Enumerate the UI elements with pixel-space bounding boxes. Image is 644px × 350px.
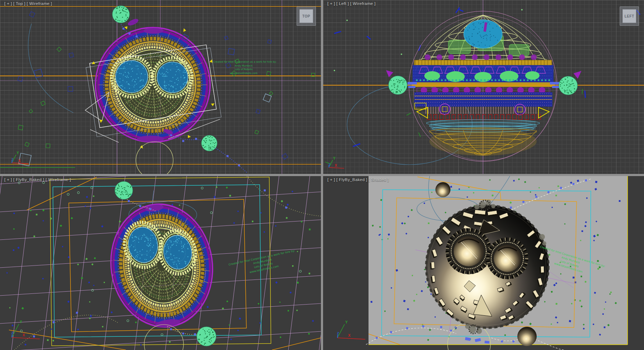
viewcube-label: LEFT <box>625 14 634 18</box>
viewcube-face[interactable]: TOP <box>299 9 313 23</box>
svg-text:X: X <box>18 159 21 163</box>
svg-text:Z: Z <box>11 158 14 161</box>
wireframe-sphere-object[interactable] <box>96 28 210 142</box>
viewcube[interactable]: TOP <box>297 6 316 26</box>
green-ball-object[interactable] <box>112 6 130 23</box>
svg-text:Y: Y <box>333 156 336 160</box>
svg-text:X: X <box>335 164 337 167</box>
viewport-label[interactable]: [ + ] [ Left ] [ Wireframe ] <box>327 1 376 6</box>
viewport-top[interactable]: YXZ [ + ] [ Top ] [ Wireframe ] TOP Crea… <box>0 0 321 174</box>
green-ball-object[interactable] <box>201 135 217 151</box>
viewcube[interactable]: LEFT <box>620 6 639 26</box>
viewport-canvas-left[interactable]: YXZ <box>323 0 644 174</box>
viewport-canvas-top[interactable]: YXZ <box>0 0 321 174</box>
green-ball-object[interactable] <box>115 181 133 199</box>
green-ball-object[interactable] <box>197 327 216 346</box>
viewport-label[interactable]: [ + ] [ FlyBy_Baked ] [ Wireframe ] <box>4 178 71 182</box>
viewport-left[interactable]: YXZ [ + ] [ Left ] [ Wireframe ] LEFT <box>323 0 644 174</box>
viewport-label[interactable]: [ + ] [ FlyBy_Baked ] [ Shaded ] <box>327 178 389 182</box>
svg-text:X: X <box>23 333 25 337</box>
viewcube-label: TOP <box>302 14 310 18</box>
green-ball-object[interactable] <box>389 76 407 94</box>
viewport-flyby-shaded[interactable]: YXZ [ + ] [ FlyBy_Baked ] [ Shaded ] Cre… <box>323 176 644 350</box>
scene-credit-text: Created for Intel Corporation as a work … <box>213 60 274 75</box>
svg-text:Z: Z <box>328 163 331 166</box>
svg-text:Y: Y <box>16 151 19 155</box>
svg-text:Z: Z <box>11 331 14 335</box>
small-sphere-object[interactable] <box>517 327 537 346</box>
svg-text:Z: Z <box>337 331 339 335</box>
viewport-label[interactable]: [ + ] [ Top ] [ Wireframe ] <box>4 1 52 6</box>
viewport-flyby-wireframe[interactable]: YXZ [ + ] [ FlyBy_Baked ] [ Wireframe ] … <box>0 176 321 350</box>
svg-text:Y: Y <box>20 320 22 324</box>
svg-text:Y: Y <box>345 320 348 324</box>
small-sphere-object[interactable] <box>435 182 450 197</box>
viewport-layout: YXZ [ + ] [ Top ] [ Wireframe ] TOP Crea… <box>0 0 644 350</box>
green-ball-object[interactable] <box>559 76 577 95</box>
viewcube-face[interactable]: LEFT <box>623 9 636 23</box>
svg-text:X: X <box>348 334 351 337</box>
